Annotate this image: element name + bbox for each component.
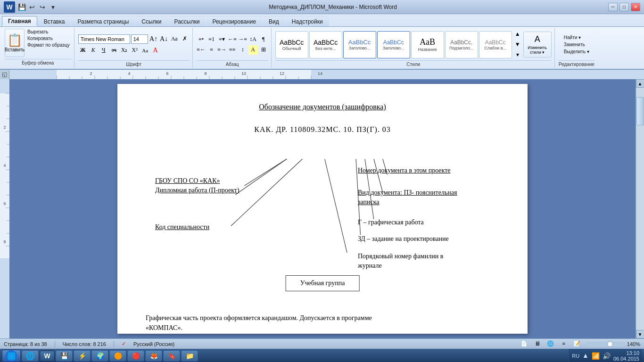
style-heading1-label: Заголово...: [349, 46, 371, 50]
style-subtitle[interactable]: AaBbCc, Подзаголо...: [445, 31, 478, 58]
italic-button[interactable]: К: [89, 46, 98, 55]
taskbar-app4[interactable]: ⚡: [74, 350, 91, 362]
view-outline-button[interactable]: ≡: [559, 339, 569, 349]
scroll-down-button[interactable]: ▼: [636, 330, 644, 338]
clipboard-small-buttons: Вырезать Копировать Формат по образцу: [26, 29, 71, 48]
taskbar-app7[interactable]: 🔴: [127, 350, 144, 362]
view-normal-button[interactable]: 📄: [520, 339, 529, 349]
view-draft-button[interactable]: 📝: [572, 339, 582, 349]
font-name-box[interactable]: Times New Roman: [78, 34, 130, 44]
tab-page-layout[interactable]: Разметка страницы: [71, 16, 135, 26]
copy-button[interactable]: Копировать: [26, 35, 71, 41]
tab-insert[interactable]: Вставка: [38, 16, 71, 26]
styles-more[interactable]: ▾: [513, 50, 522, 60]
styles-scroll-up[interactable]: ▲: [513, 30, 522, 39]
zoom-slider[interactable]: [586, 342, 623, 346]
tab-review[interactable]: Рецензирование: [206, 16, 262, 26]
text-highlight-button[interactable]: Аа: [140, 46, 150, 55]
line-spacing-button[interactable]: ↕: [238, 45, 248, 55]
firefox-icon: 🦊: [150, 352, 158, 360]
strikethrough-button[interactable]: зч: [109, 46, 119, 55]
system-tray: RU ▲ 📶 🔊 13:10 06.04.2015: [569, 349, 642, 362]
ribbon: Главная Вставка Разметка страницы Ссылки…: [0, 14, 644, 70]
tab-addins[interactable]: Надстройки: [286, 16, 329, 26]
increase-indent-button[interactable]: →≡: [238, 35, 248, 44]
ruler: ◱: [0, 70, 644, 79]
redo-button[interactable]: ↪: [38, 2, 47, 12]
shading-button[interactable]: A: [248, 45, 258, 55]
tab-home[interactable]: Главная: [2, 16, 37, 26]
font-color-button[interactable]: А: [151, 46, 160, 55]
change-case-button[interactable]: Аа: [170, 34, 179, 44]
align-center-button[interactable]: ≡: [207, 45, 216, 55]
underline-button[interactable]: Ч: [99, 46, 108, 55]
show-formatting-button[interactable]: ¶: [259, 35, 268, 44]
view-web-button[interactable]: 🌐: [546, 339, 555, 349]
numbering-button[interactable]: ≡1: [207, 35, 216, 44]
sort-button[interactable]: ↕A: [248, 35, 258, 44]
windows-icon: [6, 350, 17, 362]
tab-view[interactable]: Вид: [263, 16, 285, 26]
decrease-indent-button[interactable]: ←≡: [228, 35, 237, 44]
view-fullscreen-button[interactable]: 🖥: [533, 339, 542, 349]
minimize-button[interactable]: ─: [608, 3, 618, 11]
paste-button[interactable]: 📋 Вставить: [5, 29, 25, 57]
bullets-button[interactable]: ≡•: [197, 35, 206, 44]
subscript-button[interactable]: X₂: [120, 46, 129, 55]
taskbar-app9[interactable]: 🔖: [163, 350, 180, 362]
vertical-scrollbar[interactable]: ▲ ▼: [636, 79, 644, 338]
font-size-box[interactable]: 14: [131, 34, 148, 44]
tab-references[interactable]: Ссылки: [135, 16, 167, 26]
taskbar-chrome[interactable]: 🌐: [22, 350, 39, 362]
justify-button[interactable]: ≡≡: [228, 45, 237, 55]
status-separator-1: [55, 341, 55, 347]
undo-button[interactable]: ↩: [27, 2, 37, 12]
find-button[interactable]: Найти ▾: [562, 34, 591, 41]
change-styles-button[interactable]: A Изменить стили ▾: [523, 32, 552, 58]
style-heading1[interactable]: AaBbCс Заголово...: [343, 31, 376, 58]
svg-line-52: [231, 159, 302, 226]
style-heading2[interactable]: AaBbCс Заголово...: [377, 31, 410, 58]
taskbar-app5[interactable]: 🌍: [91, 350, 108, 362]
save-button[interactable]: 💾: [17, 2, 26, 12]
replace-button[interactable]: Заменить: [562, 41, 591, 48]
taskbar-app6[interactable]: 🟠: [109, 350, 126, 362]
taskbar-save[interactable]: 💾: [56, 350, 73, 362]
bold-button[interactable]: Ж: [78, 46, 88, 55]
svg-rect-60: [8, 356, 11, 360]
select-button[interactable]: Выделить ▾: [562, 49, 591, 55]
customize-button[interactable]: ▾: [48, 2, 58, 12]
start-button[interactable]: [2, 350, 21, 362]
style-subtle[interactable]: AaBbCc Слабое в...: [479, 31, 512, 58]
scroll-up-button[interactable]: ▲: [636, 79, 644, 88]
clipboard-label: Буфер обмена: [5, 59, 71, 66]
superscript-button[interactable]: X²: [130, 46, 140, 55]
style-no-spacing[interactable]: AaBbCс Без инте...: [309, 31, 342, 58]
group-label: Учебная группа: [300, 280, 345, 287]
app9-icon: 🔖: [168, 352, 176, 360]
taskbar-word[interactable]: W: [40, 350, 55, 362]
format-painter-button[interactable]: Формат по образцу: [26, 42, 71, 48]
scroll-thumb[interactable]: [636, 97, 644, 125]
align-left-button[interactable]: ≡←: [197, 45, 206, 55]
tab-mailings[interactable]: Рассылки: [168, 16, 206, 26]
label-num-doc: Номер документа в этом проекте: [358, 167, 490, 174]
styles-scroll-down[interactable]: ▼: [513, 40, 522, 49]
svg-text:14: 14: [318, 71, 322, 76]
close-button[interactable]: ✕: [631, 3, 640, 11]
style-normal[interactable]: AaBbCс Обычный: [275, 31, 308, 58]
align-right-button[interactable]: ≡→: [217, 45, 227, 55]
grow-font-button[interactable]: A↑: [149, 34, 158, 44]
ruler-corner[interactable]: ◱: [0, 70, 9, 79]
clear-format-button[interactable]: ✗: [180, 34, 190, 44]
style-title[interactable]: АаВ Название: [411, 31, 444, 58]
app6-icon: 🟠: [114, 352, 122, 360]
taskbar-firefox[interactable]: 🦊: [145, 350, 162, 362]
restore-button[interactable]: □: [619, 3, 629, 11]
shrink-font-button[interactable]: A↓: [159, 34, 169, 44]
taskbar-explorer[interactable]: 📁: [181, 350, 198, 362]
scroll-track[interactable]: [636, 88, 644, 330]
cut-button[interactable]: Вырезать: [26, 29, 71, 35]
borders-button[interactable]: ⊞: [259, 45, 268, 55]
multilevel-list-button[interactable]: ≡▾: [217, 35, 227, 44]
